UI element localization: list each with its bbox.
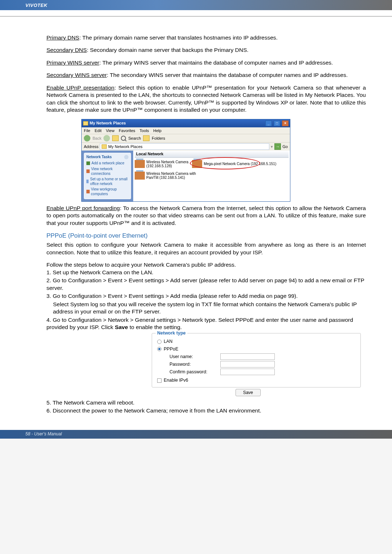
def-upnp-port-forwarding: Enable UPnP port forwarding: To access t… bbox=[46, 205, 366, 227]
close-button[interactable]: × bbox=[282, 120, 289, 126]
go-label: Go bbox=[282, 144, 288, 149]
pppoe-heading: PPPoE (Point-to-point over Ethernet) bbox=[46, 232, 366, 240]
label: Primary DNS bbox=[46, 34, 79, 41]
workgroup-icon bbox=[86, 190, 90, 193]
window-controls: _ □ × bbox=[265, 120, 289, 126]
view-workgroup-link[interactable]: View workgroup computers bbox=[86, 187, 128, 196]
pppoe-label: PPPoE bbox=[164, 346, 178, 352]
confirm-password-input[interactable] bbox=[220, 369, 275, 375]
text: : The secondary WINS server that maintai… bbox=[107, 72, 348, 78]
username-input[interactable] bbox=[220, 353, 275, 360]
save-button[interactable]: Save bbox=[236, 389, 261, 396]
setup-home-link[interactable]: Set up a home or small office network bbox=[86, 177, 128, 186]
menu-favorites[interactable]: Favorites bbox=[119, 128, 135, 134]
content-area: Primary DNS: The primary domain name ser… bbox=[0, 17, 392, 430]
step-2: 2. Go to Configuration > Event > Event s… bbox=[46, 277, 366, 292]
collapse-icon[interactable] bbox=[124, 155, 128, 159]
add-icon bbox=[86, 161, 90, 165]
ipv6-row[interactable]: Enable IPv6 bbox=[157, 377, 355, 383]
password-input[interactable] bbox=[220, 361, 275, 368]
menu-file[interactable]: File bbox=[84, 128, 90, 134]
pppoe-lead: Follow the steps below to acquire your N… bbox=[46, 261, 366, 268]
lan-option[interactable]: LAN bbox=[157, 338, 355, 345]
label: Primary WINS server bbox=[46, 59, 99, 66]
label: Secondary WINS server bbox=[46, 72, 107, 78]
back-icon[interactable] bbox=[84, 135, 90, 141]
camera-text: Mega-pixel Network Camera (192.168.5.151… bbox=[204, 162, 276, 166]
step-6: 6. Disconnect the power to the Network C… bbox=[46, 407, 366, 414]
camera-icon bbox=[135, 160, 145, 168]
lan-label: LAN bbox=[164, 338, 172, 345]
confirm-password-label: Confirm password: bbox=[170, 369, 220, 375]
network-type-panel: Network type LAN PPPoE User name: Passwo… bbox=[152, 333, 361, 387]
home-icon bbox=[86, 180, 89, 183]
local-network-header: Local Network bbox=[135, 151, 289, 158]
address-bar: Address My Network Places ▾ → Go bbox=[82, 142, 290, 151]
footer: 58 - User's Manual bbox=[0, 430, 392, 439]
address-icon bbox=[102, 144, 107, 149]
def-primary-wins: Primary WINS server: The primary WINS se… bbox=[46, 59, 366, 66]
text: : Secondary domain name server that back… bbox=[87, 47, 248, 53]
go-button[interactable]: → bbox=[274, 143, 281, 150]
label: Secondary DNS bbox=[46, 47, 87, 53]
page: VIVOTEK Primary DNS: The primary domain … bbox=[0, 0, 392, 439]
def-secondary-wins: Secondary WINS server: The secondary WIN… bbox=[46, 71, 366, 79]
add-network-place-link[interactable]: Add a network place bbox=[86, 161, 128, 165]
brand-label: VIVOTEK bbox=[25, 3, 48, 8]
window-title: My Network Places bbox=[83, 120, 126, 126]
text: : The primary domain name server that tr… bbox=[79, 34, 278, 41]
folders-icon[interactable] bbox=[143, 135, 150, 141]
panel-legend: Network type bbox=[156, 330, 187, 336]
ipv6-checkbox[interactable] bbox=[157, 378, 162, 383]
footer-text: 58 - User's Manual bbox=[25, 431, 62, 436]
address-input[interactable]: My Network Places bbox=[100, 143, 269, 150]
lan-radio[interactable] bbox=[157, 340, 162, 344]
camera-icon bbox=[135, 172, 145, 180]
menu-tools[interactable]: Tools bbox=[140, 128, 149, 134]
camera-wireless[interactable]: Wireless Network Camera (192.168.5.128) bbox=[135, 160, 188, 168]
pppoe-radio[interactable] bbox=[157, 347, 162, 351]
step-1: 1. Set up the Network Camera on the LAN. bbox=[46, 269, 366, 276]
window-body: Network Tasks Add a network place View n… bbox=[82, 151, 290, 201]
menu-help[interactable]: Help bbox=[153, 128, 162, 134]
main-area: Local Network Wireless Network Camera (1… bbox=[133, 151, 290, 201]
menu-view[interactable]: View bbox=[106, 128, 115, 134]
step-4: 4. Go to Configuration > Network > Gener… bbox=[46, 316, 366, 331]
titlebar: My Network Places _ □ × bbox=[82, 119, 290, 127]
username-label: User name: bbox=[170, 354, 220, 360]
pppoe-intro: Select this option to configure your Net… bbox=[46, 241, 366, 256]
network-tasks-panel: Network Tasks Add a network place View n… bbox=[84, 153, 131, 199]
camera-megapixel[interactable]: Mega-pixel Network Camera (192.168.5.151… bbox=[192, 160, 276, 168]
search-button[interactable]: Search bbox=[128, 136, 141, 141]
folders-button[interactable]: Folders bbox=[152, 136, 165, 141]
side-panel: Network Tasks Add a network place View n… bbox=[82, 151, 133, 201]
label: Enable UPnP presentation bbox=[46, 85, 114, 91]
ipv6-label: Enable IPv6 bbox=[164, 377, 188, 383]
toolbar: Back Search Folders bbox=[82, 134, 290, 142]
def-upnp-presentation: Enable UPnP presentation: Select this op… bbox=[46, 84, 366, 114]
minimize-button[interactable]: _ bbox=[265, 120, 272, 126]
def-secondary-dns: Secondary DNS: Secondary domain name ser… bbox=[46, 46, 366, 54]
pppoe-option[interactable]: PPPoE bbox=[157, 346, 355, 352]
up-icon[interactable] bbox=[112, 135, 119, 141]
panel-header: Network Tasks bbox=[86, 155, 128, 159]
save-row: Save bbox=[46, 389, 261, 396]
camera-wireless-pantilt[interactable]: Wireless Network Camera with Pan/Tilt (1… bbox=[135, 172, 196, 180]
camera-text: Wireless Network Camera (192.168.5.128) bbox=[146, 160, 188, 168]
menu-edit[interactable]: Edit bbox=[95, 128, 102, 134]
search-icon[interactable] bbox=[121, 136, 126, 141]
label: Enable UPnP port forwarding bbox=[46, 205, 120, 211]
step-3a: Select System log so that you will recei… bbox=[46, 301, 366, 316]
back-button[interactable]: Back bbox=[93, 136, 101, 141]
view-connections-link[interactable]: View network connections bbox=[86, 167, 128, 176]
folder-icon bbox=[83, 121, 88, 126]
forward-icon[interactable] bbox=[103, 135, 110, 141]
my-network-places-screenshot: My Network Places _ □ × File Edit View F… bbox=[81, 119, 366, 202]
title-text: My Network Places bbox=[90, 120, 126, 126]
text: : The primary WINS server that maintains… bbox=[99, 59, 333, 66]
camera-grid: Wireless Network Camera (192.168.5.128) … bbox=[135, 160, 289, 180]
step-3: 3. Go to Configuration > Event > Event s… bbox=[46, 292, 366, 300]
maximize-button[interactable]: □ bbox=[274, 120, 280, 126]
xp-window: My Network Places _ □ × File Edit View F… bbox=[81, 119, 290, 202]
header-band: VIVOTEK bbox=[0, 0, 392, 10]
